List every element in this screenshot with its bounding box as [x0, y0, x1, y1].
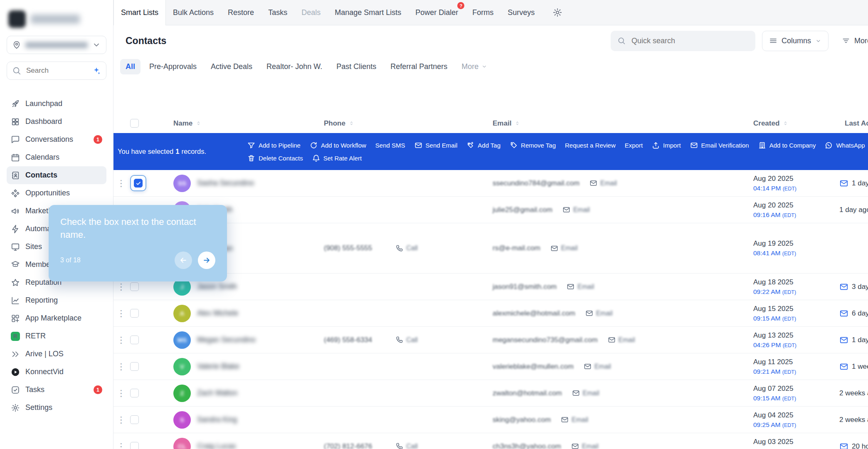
contact-name-cell[interactable]: A Alex Michele: [154, 305, 323, 322]
row-checkbox[interactable]: [130, 309, 139, 318]
action-send-sms[interactable]: Send SMS: [375, 142, 405, 149]
sort-icon[interactable]: [349, 121, 354, 126]
more-filters-button[interactable]: More Filters: [835, 31, 868, 51]
created-time[interactable]: 09:15 AM (EDT): [753, 394, 834, 403]
contact-name-cell[interactable]: MS Megan Secundino: [154, 331, 323, 349]
contact-name-cell[interactable]: SS Sasha Secundino: [154, 175, 323, 192]
drag-handle-icon[interactable]: ⋮: [113, 282, 129, 292]
action-export[interactable]: Export: [625, 142, 643, 149]
filter-tab-realtor-john-w[interactable]: Realtor- John W.: [261, 59, 328, 74]
sidebar-item-tasks[interactable]: Tasks 1: [7, 381, 106, 399]
select-all-checkbox[interactable]: [130, 119, 139, 128]
topnav-tab-tasks[interactable]: Tasks: [261, 0, 294, 25]
call-button[interactable]: Call: [395, 442, 418, 449]
drag-handle-icon[interactable]: ⋮: [113, 308, 129, 318]
table-row[interactable]: ⋮ S Sandra King sking@yahoo.com Email Au…: [113, 407, 868, 433]
sidebar-item-dashboard[interactable]: Dashboard: [7, 113, 106, 131]
sidebar-item-contacts[interactable]: Contacts: [7, 166, 106, 184]
column-header-name[interactable]: Name: [154, 119, 323, 128]
table-row[interactable]: ⋮ A Alex Michele alexmichele@hotmail.com…: [113, 300, 868, 327]
table-row[interactable]: ⋮ MS Megan Secundino (469) 558-6334 Call…: [113, 327, 868, 353]
sidebar-item-reporting[interactable]: Reporting: [7, 291, 106, 309]
sort-icon[interactable]: [783, 121, 788, 126]
row-checkbox[interactable]: [130, 336, 139, 344]
topnav-tab-manage-smart-lists[interactable]: Manage Smart Lists: [328, 0, 408, 25]
search-input[interactable]: [25, 66, 88, 75]
topnav-tab-deals[interactable]: Deals: [294, 0, 328, 25]
email-button[interactable]: Email: [584, 363, 611, 370]
email-button[interactable]: Email: [589, 179, 617, 187]
created-time[interactable]: 09:16 AM (EDT): [753, 210, 834, 220]
sidebar-item-konnectvid[interactable]: KonnectVid: [7, 363, 106, 381]
email-button[interactable]: Email: [608, 336, 635, 344]
created-time[interactable]: 04:14 PM (EDT): [753, 184, 834, 193]
next-step-button[interactable]: [198, 252, 215, 269]
contact-name-cell[interactable]: S Sandra King: [154, 411, 323, 429]
sidebar-item-retr[interactable]: R RETR: [7, 327, 106, 345]
action-email-verification[interactable]: Email Verification: [690, 141, 749, 149]
row-checkbox[interactable]: [130, 282, 139, 291]
location-selector[interactable]: [7, 36, 106, 54]
column-header-last-activity[interactable]: Last Activity: [834, 119, 868, 128]
call-button[interactable]: Call: [395, 244, 418, 252]
row-checkbox[interactable]: [134, 179, 143, 187]
call-button[interactable]: Call: [395, 336, 418, 344]
action-whatsapp[interactable]: WhatsApp: [825, 141, 865, 149]
action-import[interactable]: Import: [652, 141, 681, 149]
topnav-tab-bulk-actions[interactable]: Bulk Actions: [166, 0, 221, 25]
created-time[interactable]: 09:15 AM (EDT): [753, 314, 834, 323]
action-add-to-workflow[interactable]: Add to Workflow: [310, 141, 366, 149]
drag-handle-icon[interactable]: ⋮: [113, 388, 129, 398]
table-row[interactable]: ⋮ J Jason Smith jason91@smith.com Email …: [113, 274, 868, 300]
row-checkbox[interactable]: [130, 389, 139, 397]
sidebar-item-app-marketplace[interactable]: App Marketplace: [7, 309, 106, 327]
sort-icon[interactable]: [196, 121, 201, 126]
filter-tab-past-clients[interactable]: Past Clients: [331, 59, 382, 74]
contact-name-cell[interactable]: Z Zach Walton: [154, 385, 323, 402]
topnav-tab-smart-lists[interactable]: Smart Lists: [113, 0, 166, 25]
filter-tab-pre-approvals[interactable]: Pre-Approvals: [144, 59, 202, 74]
table-row[interactable]: ⋮ CL Craig Lucas (702) 812-6676 Call ch3…: [113, 433, 868, 449]
sidebar-item-arive-los[interactable]: Arive | LOS: [7, 345, 106, 363]
created-time[interactable]: 09:25 AM (EDT): [753, 420, 834, 429]
email-button[interactable]: Email: [571, 442, 599, 449]
sort-icon[interactable]: [515, 121, 520, 126]
created-time[interactable]: 02:34 PM (EDT): [753, 447, 834, 449]
table-row[interactable]: ⋮ V Valerie Blake valerieblake@mullen.co…: [113, 353, 868, 380]
created-time[interactable]: 09:22 AM (EDT): [753, 287, 834, 296]
sidebar-item-settings[interactable]: Settings: [7, 399, 106, 417]
row-checkbox[interactable]: [130, 442, 139, 449]
filter-tab-referral-partners[interactable]: Referral Partners: [385, 59, 453, 74]
column-header-phone[interactable]: Phone: [323, 119, 485, 128]
sidebar-item-launchpad[interactable]: Launchpad: [7, 95, 106, 113]
email-button[interactable]: Email: [567, 283, 594, 291]
created-time[interactable]: 04:26 PM (EDT): [753, 340, 834, 350]
action-add-to-company[interactable]: Add to Company: [758, 141, 816, 149]
settings-gear-button[interactable]: [552, 7, 562, 17]
email-button[interactable]: Email: [550, 244, 578, 252]
quick-search-input[interactable]: [631, 36, 749, 46]
column-header-created[interactable]: Created: [747, 119, 834, 128]
sidebar-item-opportunities[interactable]: Opportunities: [7, 184, 106, 202]
topnav-tab-forms[interactable]: Forms: [465, 0, 501, 25]
prev-step-button[interactable]: [175, 252, 192, 269]
table-row[interactable]: ⋮ Z Zach Walton zwalton@hotmail.com Emai…: [113, 380, 868, 407]
email-button[interactable]: Email: [572, 389, 599, 397]
action-add-tag[interactable]: Add Tag: [466, 141, 501, 149]
email-button[interactable]: Email: [562, 206, 590, 214]
column-header-email[interactable]: Email: [485, 119, 747, 128]
row-checkbox[interactable]: [130, 415, 139, 424]
topnav-tab-power-dialer[interactable]: Power Dialer ?: [408, 0, 465, 25]
table-row[interactable]: ⋮ SS Sasha Secundino ssecundino784@gmail…: [113, 170, 868, 197]
drag-handle-icon[interactable]: ⋮: [113, 362, 129, 372]
filter-tab-all[interactable]: All: [120, 59, 141, 74]
drag-handle-icon[interactable]: ⋮: [113, 335, 129, 345]
contact-name-cell[interactable]: CL Craig Lucas: [154, 438, 323, 449]
email-button[interactable]: Email: [561, 416, 588, 424]
drag-handle-icon[interactable]: ⋮: [113, 178, 129, 188]
created-time[interactable]: 09:21 AM (EDT): [753, 367, 834, 376]
drag-handle-icon[interactable]: ⋮: [113, 415, 129, 425]
action-add-to-pipeline[interactable]: Add to Pipeline: [247, 141, 301, 149]
action-send-email[interactable]: Send Email: [414, 141, 458, 149]
drag-handle-icon[interactable]: ⋮: [113, 442, 129, 449]
